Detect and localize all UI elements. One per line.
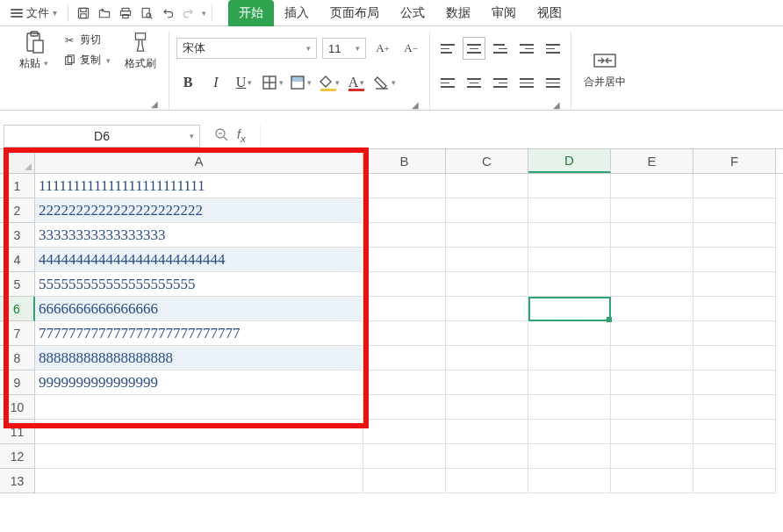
align-center-button[interactable] — [463, 72, 485, 93]
row-header-1[interactable]: 1 — [0, 174, 35, 198]
column-header-A[interactable]: A — [35, 149, 363, 173]
tab-review[interactable]: 审阅 — [481, 0, 527, 26]
cell-A11[interactable] — [35, 420, 363, 444]
cell-E6[interactable] — [611, 297, 693, 321]
merge-center-button[interactable]: 合并居中 — [578, 32, 631, 105]
cell-A2[interactable]: 2222222222222222222222 — [35, 198, 363, 223]
tab-page-layout[interactable]: 页面布局 — [320, 0, 390, 26]
cell-F6[interactable] — [693, 297, 776, 321]
cell-style-button[interactable]: ▾ — [289, 71, 312, 94]
cell-E13[interactable] — [611, 469, 693, 493]
cell-B10[interactable] — [363, 395, 446, 420]
tab-data[interactable]: 数据 — [435, 0, 481, 26]
distribute-button[interactable] — [542, 72, 564, 93]
cell-D4[interactable] — [528, 248, 611, 272]
cell-D6[interactable] — [528, 297, 611, 321]
cell-A4[interactable]: 4444444444444444444444444 — [35, 248, 363, 272]
cell-F1[interactable] — [693, 174, 776, 198]
column-header-C[interactable]: C — [446, 149, 528, 173]
cell-F4[interactable] — [693, 248, 776, 272]
cell-E1[interactable] — [611, 174, 693, 198]
cell-E10[interactable] — [611, 395, 693, 420]
cell-C5[interactable] — [446, 272, 528, 297]
column-header-D[interactable]: D — [528, 149, 611, 173]
cell-A5[interactable]: 555555555555555555555 — [35, 272, 363, 297]
cell-F7[interactable] — [693, 321, 776, 346]
cancel-formula-icon[interactable] — [214, 127, 228, 144]
row-header-7[interactable]: 7 — [0, 321, 35, 346]
cell-C12[interactable] — [446, 444, 528, 469]
cell-A1[interactable]: 111111111111111111111111 — [35, 174, 363, 198]
cell-C3[interactable] — [446, 223, 528, 248]
column-header-E[interactable]: E — [611, 149, 693, 173]
cell-C7[interactable] — [446, 321, 528, 346]
cell-A12[interactable] — [35, 444, 363, 469]
cell-A10[interactable] — [35, 395, 363, 420]
paste-button[interactable]: 粘贴▾ — [14, 13, 54, 87]
save-icon[interactable] — [74, 4, 93, 23]
cell-C9[interactable] — [446, 370, 528, 395]
clipboard-dialog-launcher[interactable]: ◢ — [14, 99, 162, 110]
cell-E3[interactable] — [611, 223, 693, 248]
cell-D7[interactable] — [528, 321, 611, 346]
cell-A8[interactable]: 888888888888888888 — [35, 346, 363, 370]
clear-format-button[interactable]: ▾ — [373, 71, 396, 94]
borders-button[interactable]: ▾ — [261, 71, 284, 94]
font-size-select[interactable]: 11▾ — [322, 38, 366, 59]
cell-F5[interactable] — [693, 272, 776, 297]
redo-icon[interactable] — [179, 4, 198, 23]
underline-button[interactable]: U▾ — [233, 71, 255, 94]
format-painter-button[interactable]: 格式刷 — [119, 13, 162, 87]
cell-B13[interactable] — [363, 469, 446, 493]
row-header-6[interactable]: 6 — [0, 297, 35, 321]
column-header-B[interactable]: B — [363, 149, 446, 173]
cell-E9[interactable] — [611, 370, 693, 395]
cell-B9[interactable] — [363, 370, 446, 395]
row-header-8[interactable]: 8 — [0, 346, 35, 370]
row-header-10[interactable]: 10 — [0, 395, 35, 420]
align-middle-button[interactable] — [463, 38, 485, 59]
increase-indent-button[interactable] — [542, 38, 564, 59]
cell-F3[interactable] — [693, 223, 776, 248]
bold-button[interactable]: B — [176, 71, 199, 94]
cell-F2[interactable] — [693, 198, 776, 223]
cell-F13[interactable] — [693, 469, 776, 493]
open-icon[interactable] — [95, 4, 114, 23]
fx-icon[interactable]: fx — [237, 127, 246, 144]
cell-B5[interactable] — [363, 272, 446, 297]
cell-C2[interactable] — [446, 198, 528, 223]
tab-formulas[interactable]: 公式 — [390, 0, 435, 26]
cell-B7[interactable] — [363, 321, 446, 346]
font-dialog-launcher[interactable]: ◢ — [176, 100, 422, 110]
row-header-13[interactable]: 13 — [0, 469, 35, 493]
tab-view[interactable]: 视图 — [527, 0, 572, 26]
cell-C8[interactable] — [446, 346, 528, 370]
justify-button[interactable] — [516, 72, 537, 93]
cell-B6[interactable] — [363, 297, 446, 321]
cell-D8[interactable] — [528, 346, 611, 370]
row-header-3[interactable]: 3 — [0, 223, 35, 248]
italic-button[interactable]: I — [205, 71, 227, 94]
cell-E11[interactable] — [611, 420, 693, 444]
row-header-12[interactable]: 12 — [0, 444, 35, 469]
copy-button[interactable]: 复制▾ — [59, 51, 114, 69]
cell-B4[interactable] — [363, 248, 446, 272]
font-color-button[interactable]: A▾ — [345, 71, 368, 94]
cell-F9[interactable] — [693, 370, 776, 395]
qat-dropdown[interactable]: ▾ — [202, 9, 206, 18]
cell-B1[interactable] — [363, 174, 446, 198]
row-header-5[interactable]: 5 — [0, 272, 35, 297]
cell-D10[interactable] — [528, 395, 611, 420]
cell-B11[interactable] — [363, 420, 446, 444]
cell-E5[interactable] — [611, 272, 693, 297]
cell-F10[interactable] — [693, 395, 776, 420]
cell-C1[interactable] — [446, 174, 528, 198]
fill-color-button[interactable]: ▾ — [317, 71, 340, 94]
tab-insert[interactable]: 插入 — [274, 0, 320, 26]
align-left-button[interactable] — [437, 72, 458, 93]
cell-A6[interactable]: 6666666666666666 — [35, 297, 363, 321]
cell-A3[interactable]: 33333333333333333 — [35, 223, 363, 248]
increase-font-button[interactable]: A+ — [371, 37, 394, 60]
align-top-button[interactable] — [437, 38, 458, 59]
cell-B8[interactable] — [363, 346, 446, 370]
